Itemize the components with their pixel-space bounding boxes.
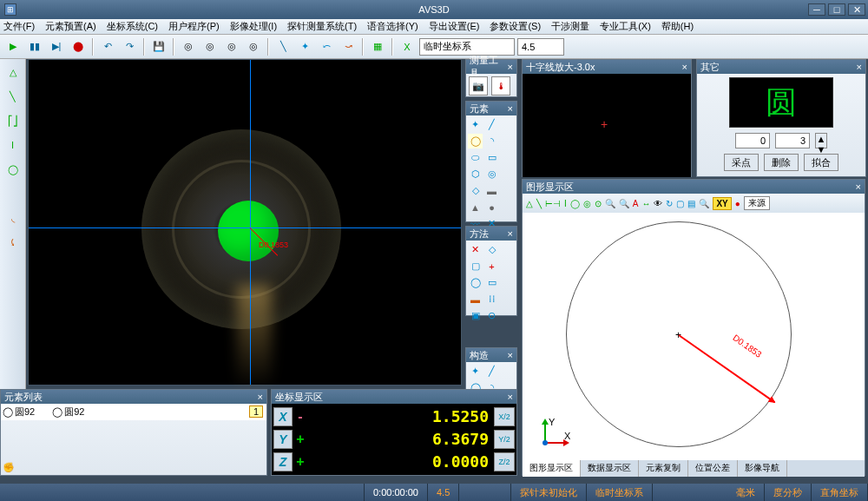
g-zoom-icon[interactable]: 🔍 <box>605 199 615 208</box>
tab-nav[interactable]: 影像导航 <box>738 460 787 477</box>
close-icon[interactable]: × <box>856 181 861 192</box>
m-diamond-icon[interactable]: ◇ <box>484 242 499 257</box>
tool-line-icon[interactable]: ╲ <box>3 87 23 106</box>
y-label[interactable]: Y <box>273 430 293 449</box>
tool-bracket-icon[interactable]: ⎡⎦ <box>3 111 23 130</box>
ellipse-icon[interactable]: ⬭ <box>468 150 483 165</box>
g-tri-icon[interactable]: △ <box>526 199 533 208</box>
menu-help[interactable]: 帮助(H) <box>661 20 694 33</box>
delete-button[interactable]: 删除 <box>764 154 799 171</box>
m-dots-icon[interactable]: ⁞⁞ <box>484 292 499 307</box>
g-h-icon[interactable]: ⊢⊣ <box>545 199 561 208</box>
menu-file[interactable]: 文件(F) <box>3 20 35 33</box>
arc2-icon[interactable]: ⤻ <box>339 37 358 56</box>
g-ball-icon[interactable]: ● <box>735 199 740 208</box>
g-line-icon[interactable]: ╲ <box>536 199 542 208</box>
g-arrow-icon[interactable]: ↔ <box>641 199 650 208</box>
undo-icon[interactable]: ↶ <box>98 37 117 56</box>
z-half-button[interactable]: Z/2 <box>494 452 515 471</box>
tool-ih-icon[interactable]: I <box>3 135 23 155</box>
tab-copy[interactable]: 元素复制 <box>639 460 688 477</box>
line-icon[interactable]: ╱ <box>484 117 499 132</box>
close-icon[interactable]: × <box>508 392 513 402</box>
menu-image[interactable]: 影像处理(I) <box>230 20 277 33</box>
close-button[interactable]: ✕ <box>848 3 865 16</box>
solid-circ-icon[interactable]: ● <box>484 200 499 214</box>
c-point-icon[interactable]: ✦ <box>468 364 483 379</box>
ring-icon[interactable]: ◎ <box>484 167 499 181</box>
menu-coord[interactable]: 坐标系统(C) <box>107 20 158 33</box>
tool-circle-icon[interactable]: ◯ <box>3 160 23 179</box>
next-icon[interactable]: ▶| <box>47 37 66 56</box>
count-2-input[interactable] <box>775 133 810 148</box>
g-circ-icon[interactable]: ◯ <box>570 199 580 208</box>
g-eye-icon[interactable]: 👁 <box>654 199 662 208</box>
m-circle-icon[interactable]: ◯ <box>468 275 483 290</box>
minimize-button[interactable]: ─ <box>808 3 825 16</box>
stepper-icon[interactable]: ▲▼ <box>815 133 827 148</box>
rect-icon[interactable]: ▭ <box>484 150 499 165</box>
target4-icon[interactable]: ◎ <box>244 37 263 56</box>
arc-icon[interactable]: ◝ <box>484 134 499 148</box>
m-bar-icon[interactable]: ▬ <box>468 292 483 307</box>
g-i-icon[interactable]: I <box>564 199 567 208</box>
menu-element[interactable]: 元素预置(A) <box>45 20 96 33</box>
menu-interfere[interactable]: 干涉测量 <box>551 20 589 33</box>
z-label[interactable]: Z <box>273 452 293 471</box>
coord-sys-select[interactable] <box>419 38 515 56</box>
g-refresh-icon[interactable]: ↻ <box>666 199 673 208</box>
x-label[interactable]: X <box>273 407 293 426</box>
maximize-button[interactable]: □ <box>828 3 845 16</box>
camera-view[interactable]: D0.1853 <box>28 59 462 386</box>
excel-icon[interactable]: X <box>398 37 417 56</box>
g-rect-icon[interactable]: ▢ <box>676 199 684 208</box>
g-zoomin-icon[interactable]: 🔍 <box>619 199 629 208</box>
solid-tri-icon[interactable]: ▲ <box>468 200 483 214</box>
m-plus-icon[interactable]: + <box>484 259 499 274</box>
point-icon[interactable]: ✦ <box>468 117 483 132</box>
g-layers-icon[interactable]: ▤ <box>687 199 695 208</box>
target1-icon[interactable]: ◎ <box>179 37 198 56</box>
toolbar-value[interactable] <box>517 38 564 56</box>
arc-icon[interactable]: ⤺ <box>317 37 336 56</box>
close-icon[interactable]: × <box>508 228 513 239</box>
hex-icon[interactable]: ⬡ <box>468 167 483 181</box>
redo-icon[interactable]: ↷ <box>120 37 139 56</box>
menu-params[interactable]: 参数设置(S) <box>490 20 541 33</box>
close-icon[interactable]: × <box>258 392 263 402</box>
m-cross-icon[interactable]: ✕ <box>468 242 483 257</box>
m-box-icon[interactable]: ▣ <box>468 308 483 323</box>
grab-icon[interactable]: ✊ <box>3 462 15 473</box>
sample-button[interactable]: 采点 <box>724 154 759 171</box>
c-line-icon[interactable]: ╱ <box>484 364 499 379</box>
menu-voice[interactable]: 语音选择(Y) <box>367 20 418 33</box>
close-icon[interactable]: × <box>508 350 513 360</box>
thermo-icon[interactable]: 🌡 <box>491 76 510 96</box>
m-ring-icon[interactable]: ⊙ <box>484 308 499 323</box>
close-icon[interactable]: × <box>508 103 513 114</box>
menu-program[interactable]: 用户程序(P) <box>168 20 220 33</box>
save-icon[interactable]: 💾 <box>149 37 168 56</box>
align-icon[interactable]: ▦ <box>368 37 387 56</box>
target3-icon[interactable]: ◎ <box>222 37 241 56</box>
camera-icon[interactable]: 📷 <box>469 76 488 96</box>
g-text-icon[interactable]: A <box>633 199 639 208</box>
tool-arc-icon[interactable]: ◟ <box>3 208 23 227</box>
g-ring2-icon[interactable]: ⊙ <box>595 199 602 208</box>
tab-data[interactable]: 数据显示区 <box>581 460 639 477</box>
tab-graph[interactable]: 图形显示区 <box>523 460 581 477</box>
g-ring-icon[interactable]: ◎ <box>583 199 591 208</box>
g-search-icon[interactable]: 🔍 <box>699 199 709 208</box>
target2-icon[interactable]: ◎ <box>201 37 220 56</box>
fit-button[interactable]: 拟合 <box>804 154 838 171</box>
m-rect-icon[interactable]: ▭ <box>484 275 499 290</box>
circle-icon[interactable]: ◯ <box>468 134 483 148</box>
y-half-button[interactable]: Y/2 <box>494 430 515 449</box>
x-half-button[interactable]: X/2 <box>494 407 515 426</box>
list-body[interactable]: ◯圆92 ◯圆92 1 ✊ <box>1 404 266 420</box>
close-icon[interactable]: × <box>682 62 687 72</box>
g-source-select[interactable]: 来源 <box>744 196 770 210</box>
tab-tol[interactable]: 位置公差 <box>688 460 738 477</box>
close-icon[interactable]: × <box>857 62 862 72</box>
expand-icon[interactable]: ⊞ <box>4 3 16 16</box>
